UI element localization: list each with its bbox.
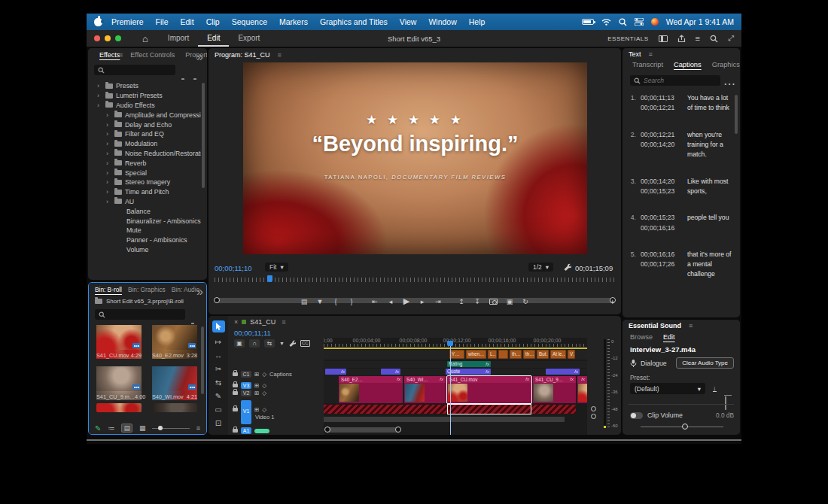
graphic-clip[interactable]: fx (325, 369, 346, 375)
step-forward-icon[interactable]: ▸ (419, 298, 426, 305)
bin-search-input[interactable] (108, 311, 181, 318)
timeline-current-timecode[interactable]: 00;00;11;11 (234, 329, 271, 337)
tree-caret-icon[interactable]: › (106, 111, 111, 119)
graphic-clip[interactable]: Quotefx (446, 369, 491, 375)
captions-search-field[interactable] (630, 75, 720, 86)
caption-clip[interactable]: V… (568, 350, 575, 359)
tree-caret-icon[interactable]: › (97, 82, 102, 90)
caption-text[interactable]: when you're training for a match. (687, 130, 734, 160)
rectangle-tool[interactable]: ▭ (215, 405, 221, 414)
caption-clip[interactable]: Y… (449, 350, 464, 359)
list-view-icon[interactable]: ≔ (108, 424, 114, 432)
v-scroll-knob[interactable] (591, 406, 596, 411)
bin-search-field[interactable] (95, 309, 185, 320)
v-scroll-knob[interactable] (591, 414, 596, 419)
program-settings-wrench-icon[interactable] (564, 263, 571, 271)
search-header-icon[interactable] (710, 35, 718, 43)
essential-sound-title[interactable]: Essential Sound (629, 322, 686, 329)
program-tab[interactable]: Program: S41_CU (215, 51, 275, 59)
linked-selection-icon[interactable]: ⇆ (264, 339, 275, 348)
comparison-view-icon[interactable]: ▣ (506, 298, 513, 305)
tree-caret-icon[interactable]: › (97, 102, 102, 109)
menu-item[interactable]: Window (422, 17, 462, 26)
freeform-view-icon[interactable]: ▦ (139, 424, 146, 432)
nest-sequence-icon[interactable]: ▣ (234, 339, 245, 348)
zoom-window-button[interactable] (115, 35, 121, 41)
bin-clip[interactable]: S40_WI.mov4:21 (152, 366, 197, 400)
caption-in-timecode[interactable]: 00;00;14;20 (641, 178, 674, 185)
caption-text[interactable]: You have a lot of time to think (687, 93, 734, 114)
menu-item[interactable]: Graphics and Titles (314, 17, 394, 26)
effects-tree-item[interactable]: › Amplitude and Compression (91, 110, 201, 120)
text-subtab[interactable]: Transcript (629, 61, 667, 71)
lock-icon[interactable] (233, 391, 238, 395)
caption-in-timecode[interactable]: 00;00;12;21 (641, 131, 674, 138)
home-icon[interactable]: ⌂ (142, 33, 148, 44)
video-clip[interactable]: S41_CU.movfx (447, 376, 531, 403)
menu-item[interactable]: Help (463, 17, 492, 26)
clear-audio-type-button[interactable]: Clear Audio Type (676, 357, 734, 369)
control-center-icon[interactable] (635, 18, 644, 26)
pen-project-writable-icon[interactable]: ✎ (95, 424, 101, 433)
tree-caret-icon[interactable]: › (106, 150, 111, 157)
fullscreen-icon[interactable]: ⤢ (728, 34, 734, 43)
quick-export-icon[interactable] (677, 35, 686, 43)
program-preview[interactable]: ★ ★ ★ ★ ★ “Beyond inspiring.” TATIANA NA… (243, 62, 587, 254)
workspace-name[interactable]: ESSENTIALS (607, 35, 648, 42)
video-clip[interactable]: S40_WI…fx (404, 376, 446, 403)
bin-sort-icon[interactable]: ≡ (196, 424, 200, 432)
scroll-handle-left[interactable] (324, 427, 330, 433)
menu-clock[interactable]: Wed Apr 1 9:41 AM (666, 17, 734, 26)
caption-row[interactable]: 5. 00;00;16;1600;00;17;26 that it's more… (627, 250, 734, 280)
clip-thumbnail[interactable] (96, 325, 142, 350)
effects-tree-item[interactable]: › Presets (91, 81, 201, 91)
close-window-button[interactable] (94, 35, 100, 41)
bin-clip[interactable]: S41_CU.mov4:29 (96, 325, 142, 359)
effects-tree-item[interactable]: › Time and Pitch (91, 187, 201, 197)
bin-clip[interactable]: S41_CU_9.m…4:00 (96, 366, 142, 400)
effects-scrollbar[interactable] (202, 83, 205, 188)
caption-out-timecode[interactable]: 00;00;17;26 (641, 260, 674, 268)
caption-clip[interactable]: At le… (550, 350, 566, 359)
program-current-timecode[interactable]: 00;00;11;10 (215, 264, 251, 272)
program-time-ruler[interactable] (215, 278, 615, 282)
clip-volume-slider[interactable] (641, 427, 723, 427)
v1-track-header[interactable]: V1 ⊞◇ (233, 400, 323, 424)
extract-icon[interactable]: ↧ (473, 298, 481, 305)
caption-out-timecode[interactable]: 00;00;16;16 (641, 224, 674, 232)
export-frame-icon[interactable] (489, 299, 498, 305)
stacked-panels-icon[interactable]: ≡ (696, 34, 700, 43)
v3-track-lane[interactable]: Ratingfx (324, 361, 587, 368)
bin-clip[interactable]: S40_E2.mov3:28 (152, 325, 197, 359)
timeline-lanes[interactable]: ;00;0000;00;04;0000;00;08;0000;00;12;000… (324, 338, 587, 435)
caption-text[interactable]: that it's more of a mental challenge (687, 250, 734, 280)
menu-item[interactable]: Markers (273, 17, 314, 26)
thumbnail-view-icon[interactable]: ▤ (121, 424, 132, 433)
go-to-out-icon[interactable]: ⇥ (434, 298, 442, 305)
sequence-tab-label[interactable]: S41_CU (250, 318, 275, 326)
text-subtab[interactable]: Captions (670, 61, 705, 71)
apple-menu-icon[interactable] (94, 18, 102, 26)
caption-list-scrollbar[interactable] (735, 95, 738, 134)
solo-indicator-pill[interactable] (254, 429, 269, 433)
lock-icon[interactable] (233, 372, 238, 376)
menu-extra-app-icon[interactable] (651, 18, 659, 26)
go-to-in-icon[interactable]: ⇤ (371, 298, 379, 305)
lock-icon[interactable] (233, 384, 238, 387)
text-panel-tab[interactable]: Text (629, 50, 647, 58)
timeline-settings-wrench-icon[interactable] (289, 340, 296, 347)
header-nav-item[interactable]: Import (159, 30, 198, 47)
effects-tree-item[interactable]: Balance (91, 206, 201, 216)
effects-tree-item[interactable]: › Audio Effects (91, 101, 201, 111)
caption-clip[interactable]: th… (510, 350, 522, 359)
a1-selected-audio[interactable] (447, 404, 531, 414)
menu-item[interactable]: Premiere (105, 17, 150, 26)
panel-tab[interactable]: Effect Controls (125, 51, 180, 59)
caption-row[interactable]: 1. 00;00;11;1300;00;12;21 You have a lot… (627, 93, 734, 114)
video-clip[interactable]: S40_E2…fx (339, 376, 403, 403)
hand-tool[interactable]: ⊡ (215, 419, 221, 427)
add-marker-icon[interactable]: ▼ (316, 298, 324, 305)
clip-thumbnail[interactable] (152, 366, 197, 391)
v2-track-header[interactable]: V2 ⊞ ◇ (233, 390, 323, 396)
track-grid-icon[interactable]: ⊞ (254, 406, 259, 413)
